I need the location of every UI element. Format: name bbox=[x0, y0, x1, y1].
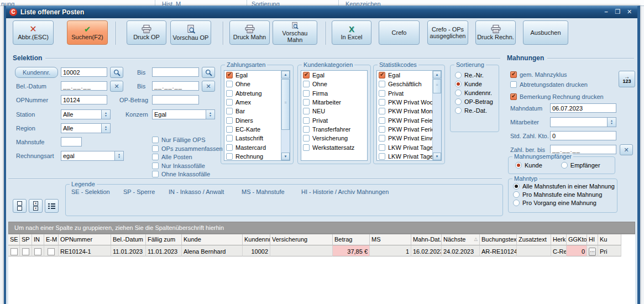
cell-em[interactable] bbox=[44, 245, 59, 256]
kundenkategorie-item[interactable]: Werkstattersatz bbox=[301, 143, 367, 151]
scroll-up-icon[interactable]: ▲ bbox=[433, 71, 441, 78]
selektion-option[interactable]: OPs zusammenfassen bbox=[152, 145, 223, 152]
group-by-bar[interactable]: Um nach einer Spalte zu gruppieren, zieh… bbox=[8, 222, 635, 234]
kundenkategorie-item[interactable]: Ohne bbox=[301, 80, 367, 88]
bemerkung-option[interactable]: Bemerkung Rechnung drucken bbox=[510, 93, 604, 100]
zahlungsart-item[interactable]: Mastercard bbox=[224, 143, 281, 151]
sort-option[interactable]: Re.-Nr. bbox=[455, 72, 499, 78]
col-header-zusatztext[interactable]: Zusatztext bbox=[517, 234, 551, 245]
statistikcode-item[interactable]: PKW Privat Einweg bbox=[377, 134, 433, 143]
cell-betrag[interactable]: 37,85 € bbox=[333, 245, 370, 256]
op-betrag-input[interactable] bbox=[152, 95, 199, 104]
kundenkategorie-item[interactable]: Mitarbeiter bbox=[301, 98, 367, 107]
list-view-button[interactable] bbox=[45, 199, 59, 213]
bel-datum-bis-clear-button[interactable]: ✕ bbox=[202, 81, 215, 92]
print-rechn-button[interactable]: Druck Rechn. bbox=[475, 20, 516, 45]
checkbox[interactable] bbox=[303, 135, 310, 141]
selektion-option[interactable]: Ohne Inkassofälle bbox=[152, 171, 223, 177]
checkbox[interactable] bbox=[379, 72, 385, 78]
col-header-naechste[interactable]: Nächste△ bbox=[442, 234, 480, 245]
selektion-option[interactable]: Nur Fällige OPS bbox=[152, 137, 223, 143]
mahntyp-option[interactable]: Pro Mahnstufe eine Mahnung bbox=[513, 191, 615, 198]
radio[interactable] bbox=[513, 183, 520, 190]
konzern-select[interactable]: Egal ▲▼ bbox=[152, 109, 215, 119]
zahlungsart-item[interactable]: Amex bbox=[224, 98, 281, 107]
ausbuchen-button[interactable]: Ausbuchen bbox=[523, 20, 568, 45]
kundenkategorie-item[interactable]: NEU bbox=[301, 107, 367, 116]
col-header-kundennr[interactable]: Kundennr. bbox=[243, 234, 270, 245]
empfaenger-option[interactable]: Kunde bbox=[515, 162, 542, 169]
checkbox[interactable] bbox=[379, 108, 385, 114]
checkbox[interactable] bbox=[226, 81, 233, 87]
cell-faellig-zum[interactable]: 11.01.2023 bbox=[146, 245, 182, 256]
cell-ms[interactable]: 1 bbox=[370, 245, 411, 256]
checkbox[interactable] bbox=[303, 108, 310, 114]
sort-option[interactable]: Re.-Dat. bbox=[455, 107, 499, 114]
checkbox[interactable] bbox=[226, 135, 233, 141]
kundenkategorie-item[interactable]: Privat bbox=[301, 116, 367, 124]
zahlungsart-item[interactable]: EC-Karte bbox=[224, 125, 281, 134]
kundenkategorie-item[interactable]: Versicherung bbox=[301, 134, 367, 143]
col-header-sp[interactable]: SP bbox=[20, 234, 32, 245]
kundennr-bis-input[interactable] bbox=[152, 67, 199, 77]
statistikcode-item[interactable]: LKW Privat Tages bbox=[377, 152, 433, 161]
sort-option[interactable]: Kunde bbox=[455, 81, 499, 87]
crefo-ops-button[interactable]: Crefo - OPs ausgeglichen bbox=[427, 20, 468, 45]
kundennr-bis-search-button[interactable] bbox=[202, 67, 215, 78]
mahntyp-option[interactable]: Alle Mahnstufen in einer Mahnung bbox=[513, 183, 615, 190]
radio[interactable] bbox=[513, 191, 520, 198]
row-checkbox[interactable] bbox=[22, 248, 29, 255]
col-header-buchungstext[interactable]: Buchungstext bbox=[480, 234, 517, 245]
col-header-ku[interactable]: Ku bbox=[598, 234, 621, 245]
checkbox[interactable] bbox=[152, 171, 159, 177]
col-header-mahn-dat[interactable]: Mahn-Dat. bbox=[411, 234, 442, 245]
col-header-in[interactable]: IN bbox=[32, 234, 44, 245]
radio[interactable] bbox=[455, 72, 462, 78]
sort-option[interactable]: Kundennr. bbox=[455, 90, 499, 96]
checkbox[interactable] bbox=[226, 99, 233, 106]
checkbox[interactable] bbox=[510, 81, 517, 88]
col-header-hi[interactable]: HI bbox=[587, 234, 598, 245]
radio[interactable] bbox=[455, 107, 462, 114]
bel-datum-input[interactable]: __.__.__ bbox=[61, 81, 107, 91]
sort-option[interactable]: OP-Betrag bbox=[455, 98, 499, 105]
checkbox[interactable] bbox=[152, 154, 159, 160]
opnummer-input[interactable]: 10124 bbox=[61, 95, 107, 104]
scroll-thumb[interactable]: = bbox=[433, 79, 441, 93]
radio[interactable] bbox=[455, 90, 462, 96]
cell-ku[interactable]: Pri bbox=[598, 245, 621, 256]
checkbox[interactable] bbox=[226, 126, 233, 133]
bel-datum-bis-input[interactable]: __.__.__ bbox=[152, 81, 199, 91]
mahndatum-input[interactable]: 06.07.2023 bbox=[550, 103, 616, 113]
checkbox[interactable] bbox=[379, 117, 385, 124]
statistikcode-item[interactable]: Privat bbox=[377, 89, 433, 98]
kundenkategorie-item[interactable]: Firma bbox=[301, 89, 367, 98]
checkbox[interactable] bbox=[303, 144, 310, 151]
checkbox[interactable] bbox=[510, 93, 517, 100]
spinner-icon[interactable]: ▲▼ bbox=[607, 118, 616, 127]
checkbox[interactable] bbox=[226, 72, 233, 78]
zahlungsart-item[interactable]: Egal bbox=[224, 71, 281, 80]
zahl-ber-bis-clear-button[interactable]: ✕ bbox=[620, 144, 633, 155]
mahntyp-option[interactable]: Pro Vorgang eine Mahnung bbox=[513, 200, 615, 206]
cell-mahn-dat[interactable]: 16.02.2023 bbox=[411, 245, 442, 256]
zahlungsart-item[interactable]: Abtretung bbox=[224, 89, 281, 98]
spinner-icon[interactable]: ▲▼ bbox=[101, 124, 110, 133]
table-row[interactable]: RE10124-1 11.01.2023 11.01.2023 Alena Be… bbox=[8, 245, 635, 256]
kundennr-search-button[interactable] bbox=[110, 67, 123, 78]
ellipsis-button[interactable]: … bbox=[589, 248, 596, 256]
search-button[interactable]: ✔ Suchen(F2) bbox=[67, 20, 108, 45]
scroll-down-icon[interactable]: ▼ bbox=[433, 153, 441, 160]
std-zahl-kto-input[interactable]: 0 bbox=[550, 131, 616, 140]
cell-sp[interactable] bbox=[20, 245, 32, 256]
row-checkbox[interactable] bbox=[48, 248, 55, 255]
mitarbeiter-select[interactable]: ▲▼ bbox=[550, 117, 616, 127]
close-button[interactable]: ✕ bbox=[625, 8, 634, 16]
col-header-ggkto[interactable]: GGKto bbox=[567, 234, 587, 245]
spinner-icon[interactable]: ▲▼ bbox=[206, 110, 214, 119]
export-excel-button[interactable]: X In Excel bbox=[332, 20, 371, 45]
zahlungsarten-scrollbar[interactable]: ▲ = ▼ bbox=[281, 71, 290, 160]
checkbox[interactable] bbox=[226, 108, 233, 114]
spinner-icon[interactable]: ▲▼ bbox=[114, 151, 123, 160]
deselect-all-button[interactable] bbox=[13, 199, 27, 213]
